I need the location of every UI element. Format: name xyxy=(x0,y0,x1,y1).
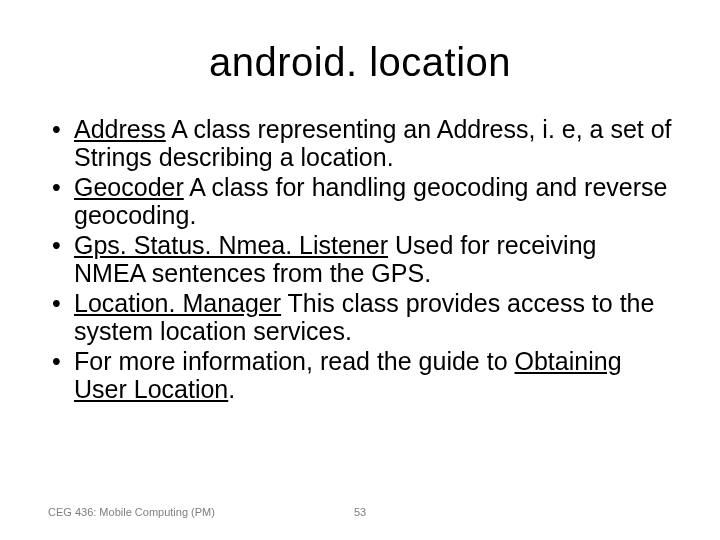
class-link-locationmanager[interactable]: Location. Manager xyxy=(74,289,281,317)
bullet-text: For more information, read the guide to xyxy=(74,347,515,375)
footer-page-number: 53 xyxy=(354,506,366,518)
footer-course: CEG 436: Mobile Computing (PM) xyxy=(48,506,215,518)
list-item: Address A class representing an Address,… xyxy=(50,115,672,171)
class-link-address[interactable]: Address xyxy=(74,115,166,143)
class-link-gpsstatus-nmealistener[interactable]: Gps. Status. Nmea. Listener xyxy=(74,231,388,259)
list-item: Geocoder A class for handling geocoding … xyxy=(50,173,672,229)
list-item: Gps. Status. Nmea. Listener Used for rec… xyxy=(50,231,672,287)
slide-footer: CEG 436: Mobile Computing (PM) 53 xyxy=(48,506,672,518)
list-item: For more information, read the guide to … xyxy=(50,347,672,403)
slide: android. location Address A class repres… xyxy=(0,0,720,540)
bullet-list: Address A class representing an Address,… xyxy=(50,115,672,403)
bullet-text: . xyxy=(228,375,235,403)
class-link-geocoder[interactable]: Geocoder xyxy=(74,173,184,201)
slide-title: android. location xyxy=(48,40,672,85)
list-item: Location. Manager This class provides ac… xyxy=(50,289,672,345)
